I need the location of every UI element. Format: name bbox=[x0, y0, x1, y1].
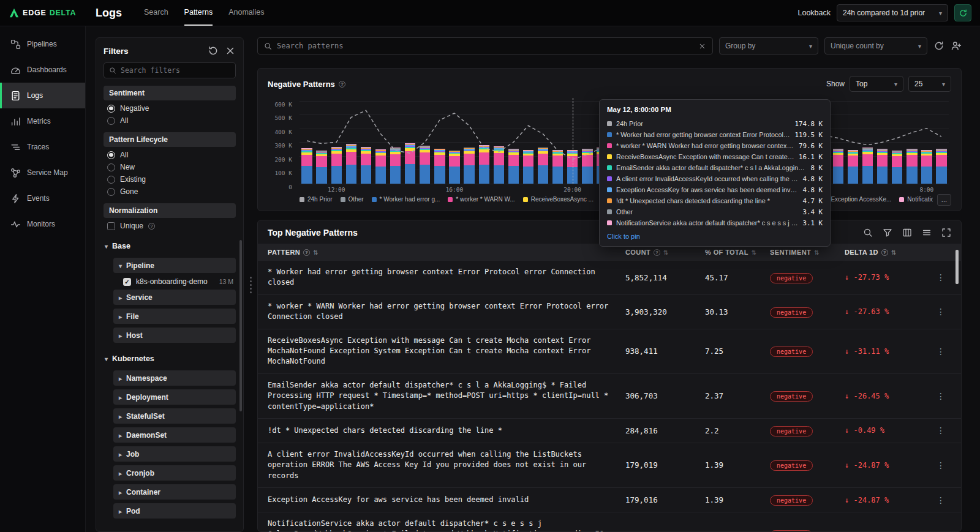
filter-option-all[interactable]: All bbox=[104, 147, 236, 159]
filter-option-existing[interactable]: Existing bbox=[104, 171, 236, 184]
sidebar-item-traces[interactable]: Traces bbox=[0, 134, 85, 160]
row-menu-icon[interactable] bbox=[930, 347, 951, 356]
filter-tree-node-daemonset[interactable]: DaemonSet bbox=[113, 427, 236, 443]
filters-scrollbar-thumb[interactable] bbox=[239, 240, 242, 411]
row-menu-icon[interactable] bbox=[930, 460, 951, 470]
filter-option-gone[interactable]: Gone bbox=[104, 184, 236, 196]
radio-unselected[interactable] bbox=[107, 163, 115, 171]
row-menu-icon[interactable] bbox=[930, 495, 951, 505]
fullscreen-icon[interactable] bbox=[941, 228, 951, 238]
panel-resize-handle[interactable] bbox=[249, 37, 252, 532]
column-header-sentiment[interactable]: SENTIMENT bbox=[770, 249, 845, 256]
filter-icon[interactable] bbox=[883, 228, 892, 238]
legend-item[interactable]: * worker * WARN W... bbox=[448, 196, 514, 203]
refresh-patterns-icon[interactable] bbox=[933, 40, 944, 51]
filter-tree-node-pipeline[interactable]: Pipeline bbox=[113, 258, 236, 273]
table-scrollbar-thumb[interactable] bbox=[956, 250, 959, 284]
sort-icon[interactable] bbox=[663, 249, 669, 256]
checkbox-unchecked[interactable] bbox=[107, 222, 115, 230]
filter-tree-node-host[interactable]: Host bbox=[113, 328, 236, 343]
sidebar-item-metrics[interactable]: Metrics bbox=[0, 108, 85, 134]
filter-value-k8s-onboarding-demo[interactable]: k8s-onboarding-demo13 M bbox=[123, 277, 236, 286]
filter-section-header[interactable]: Sentiment bbox=[104, 86, 236, 100]
filter-tree-node-namespace[interactable]: Namespace bbox=[113, 370, 236, 386]
table-row[interactable]: * worker * WARN Worker had error getting… bbox=[258, 295, 961, 329]
row-menu-icon[interactable] bbox=[930, 391, 951, 401]
lookback-select[interactable]: 24h compared to 1d prior bbox=[837, 4, 948, 21]
sidebar-item-logs[interactable]: Logs bbox=[0, 83, 85, 108]
legend-item[interactable]: * Worker had error g... bbox=[372, 196, 440, 203]
info-icon[interactable] bbox=[881, 249, 888, 256]
edge-delta-logo[interactable]: EDGE DELTA bbox=[9, 7, 86, 18]
filter-tree-node-cronjob[interactable]: Cronjob bbox=[113, 465, 236, 481]
table-row[interactable]: * Worker had error getting browser conte… bbox=[258, 261, 961, 295]
filter-tree-node-service[interactable]: Service bbox=[113, 290, 236, 305]
sort-icon[interactable] bbox=[313, 249, 318, 256]
row-menu-icon[interactable] bbox=[930, 307, 951, 317]
row-menu-icon[interactable] bbox=[930, 530, 951, 532]
sort-icon[interactable] bbox=[814, 249, 820, 256]
filter-tree-node-job[interactable]: Job bbox=[113, 446, 236, 462]
list-icon[interactable] bbox=[922, 228, 932, 238]
legend-item[interactable]: NotificationService a... bbox=[899, 196, 933, 203]
row-menu-icon[interactable] bbox=[930, 272, 951, 282]
table-row[interactable]: NotificationService akka actor default d… bbox=[258, 512, 961, 532]
sort-icon[interactable] bbox=[891, 249, 897, 256]
filter-tree-node-deployment[interactable]: Deployment bbox=[113, 389, 236, 405]
pattern-search-input[interactable] bbox=[277, 42, 693, 50]
sidebar-item-pipelines[interactable]: Pipelines bbox=[0, 31, 85, 57]
legend-item[interactable]: ReceiveBoxesAsync ... bbox=[523, 196, 594, 203]
radio-unselected[interactable] bbox=[107, 117, 115, 125]
column-header-pattern[interactable]: PATTERN bbox=[268, 249, 625, 256]
filter-option-all[interactable]: All bbox=[104, 113, 236, 125]
row-menu-icon[interactable] bbox=[930, 425, 951, 435]
user-plus-icon[interactable] bbox=[951, 40, 962, 51]
sort-icon[interactable] bbox=[752, 249, 757, 256]
table-row[interactable]: ReceiveBoxesAsync Exception with message… bbox=[258, 329, 961, 374]
columns-icon[interactable] bbox=[902, 228, 912, 238]
filter-tree-amazon-ecs[interactable]: Amazon ECS bbox=[104, 526, 236, 532]
filter-option-new[interactable]: New bbox=[104, 159, 236, 171]
tooltip-pin-link[interactable]: Click to pin bbox=[607, 233, 823, 240]
info-icon[interactable] bbox=[339, 81, 345, 88]
refresh-button[interactable] bbox=[954, 4, 971, 21]
sidebar-item-dashboards[interactable]: Dashboards bbox=[0, 57, 85, 83]
clear-search-icon[interactable] bbox=[698, 42, 706, 50]
filter-tree-node-container[interactable]: Container bbox=[113, 484, 236, 500]
group-by-select[interactable]: Group by bbox=[719, 37, 818, 54]
info-icon[interactable] bbox=[148, 223, 155, 230]
radio-selected[interactable] bbox=[107, 151, 115, 159]
filter-option-unique[interactable]: Unique bbox=[104, 218, 236, 230]
show-mode-select[interactable]: Top bbox=[850, 76, 903, 92]
checkbox-checked[interactable] bbox=[123, 278, 131, 286]
show-count-select[interactable]: 25 bbox=[908, 76, 951, 92]
filter-option-negative[interactable]: Negative bbox=[104, 100, 236, 113]
top-nav-item-patterns[interactable]: Patterns bbox=[184, 0, 213, 26]
filter-tree-node-pod[interactable]: Pod bbox=[113, 503, 236, 519]
sidebar-item-events[interactable]: Events bbox=[0, 185, 85, 211]
filter-tree-base[interactable]: Base bbox=[104, 238, 236, 254]
column-header--of-total[interactable]: % OF TOTAL bbox=[705, 249, 770, 256]
table-row[interactable]: Exception AccessKey for aws service has … bbox=[258, 488, 961, 512]
column-header-count[interactable]: COUNT bbox=[625, 249, 705, 256]
top-nav-item-anomalies[interactable]: Anomalies bbox=[228, 0, 264, 26]
filter-tree-node-statefulset[interactable]: StatefulSet bbox=[113, 408, 236, 424]
filter-section-header[interactable]: Pattern Lifecycle bbox=[104, 132, 236, 147]
search-icon[interactable] bbox=[863, 228, 873, 238]
table-row[interactable]: EmailSender akka actor default dispatche… bbox=[258, 374, 961, 419]
legend-item[interactable]: Other bbox=[341, 196, 364, 203]
radio-selected[interactable] bbox=[107, 105, 115, 113]
legend-overflow-button[interactable]: ... bbox=[937, 194, 951, 206]
info-icon[interactable] bbox=[654, 249, 660, 256]
filter-section-header[interactable]: Normalization bbox=[104, 203, 236, 218]
radio-unselected[interactable] bbox=[107, 176, 115, 184]
sidebar-item-service-map[interactable]: Service Map bbox=[0, 160, 85, 185]
filter-tree-kubernetes[interactable]: Kubernetes bbox=[104, 350, 236, 367]
filter-tree-node-file[interactable]: File bbox=[113, 309, 236, 324]
unique-count-by-select[interactable]: Unique count by bbox=[824, 37, 927, 54]
top-nav-item-search[interactable]: Search bbox=[144, 0, 168, 26]
radio-unselected[interactable] bbox=[107, 188, 115, 196]
sidebar-item-monitors[interactable]: Monitors bbox=[0, 211, 85, 237]
info-icon[interactable] bbox=[303, 249, 310, 256]
legend-item[interactable]: Exception AccessKe... bbox=[823, 196, 891, 203]
